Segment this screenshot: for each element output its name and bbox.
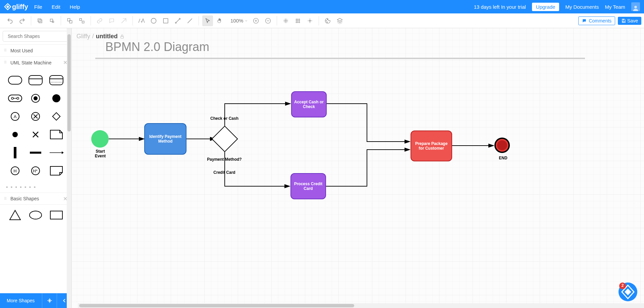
- chevron-down-icon: [245, 19, 248, 22]
- shape-dashed-region[interactable]: [47, 73, 65, 87]
- diagram-edges: [72, 28, 644, 308]
- zoom-out-button[interactable]: [263, 15, 273, 26]
- more-shapes-button[interactable]: More Shapes: [0, 298, 42, 303]
- bpmn-task-prepare-package[interactable]: Prepare Package for Customer: [411, 131, 452, 161]
- category-uml-state[interactable]: ⠿ UML State Machine ✕: [0, 56, 71, 68]
- svg-rect-50: [121, 36, 123, 38]
- pan-tool[interactable]: [214, 15, 225, 26]
- upgrade-button[interactable]: Upgrade: [532, 3, 559, 11]
- shape-final-state[interactable]: [47, 91, 65, 105]
- shape-sidebar: ⠿ Most Used ⠿ UML State Machine ✕ A H H*: [0, 28, 72, 308]
- breadcrumb-root[interactable]: Gliffy: [76, 33, 90, 40]
- zoom-in-button[interactable]: [251, 15, 261, 26]
- svg-point-0: [634, 6, 637, 8]
- duplicate-button[interactable]: [47, 15, 57, 26]
- shape-dashed-line[interactable]: - - - - - - -: [0, 181, 71, 193]
- ellipse-tool[interactable]: [148, 15, 159, 26]
- popup-button[interactable]: [118, 15, 129, 26]
- shape-submachine[interactable]: [6, 91, 24, 105]
- document-title[interactable]: untitled: [96, 33, 118, 40]
- link-button[interactable]: [94, 15, 105, 26]
- shape-deep-history[interactable]: H*: [27, 164, 45, 178]
- shape-choice[interactable]: [47, 109, 65, 123]
- svg-rect-40: [14, 147, 16, 158]
- shape-initial-state[interactable]: [27, 91, 45, 105]
- copy-button[interactable]: [35, 15, 45, 26]
- shape-transition-arrow[interactable]: [47, 146, 65, 160]
- menu-edit[interactable]: Edit: [52, 4, 60, 10]
- gliffy-help-badge[interactable]: 2: [618, 282, 638, 302]
- search-input[interactable]: [8, 34, 66, 39]
- pointer-tool[interactable]: [202, 15, 213, 26]
- ungroup-button[interactable]: [76, 15, 87, 26]
- bpmn-task-accept-cash[interactable]: Accept Cash or Check: [291, 91, 327, 117]
- line-tool[interactable]: [184, 15, 195, 26]
- shape-junction[interactable]: [6, 127, 24, 142]
- my-team-link[interactable]: My Team: [605, 4, 625, 10]
- badge-count: 2: [621, 283, 625, 288]
- brand-text: gliffy: [12, 3, 28, 11]
- shape-bar-horizontal[interactable]: [27, 146, 45, 160]
- shape-note[interactable]: [47, 127, 65, 142]
- shape-rectangle[interactable]: [47, 208, 65, 222]
- svg-point-12: [179, 18, 180, 19]
- shape-rounded-rect[interactable]: [6, 73, 24, 87]
- group-button[interactable]: [64, 15, 75, 26]
- grid-button[interactable]: [292, 15, 303, 26]
- bpmn-start-event[interactable]: [91, 130, 109, 148]
- svg-point-33: [34, 96, 38, 100]
- bpmn-end-event[interactable]: [494, 138, 510, 153]
- connector-tool[interactable]: [172, 15, 183, 26]
- undo-button[interactable]: [5, 15, 15, 26]
- shape-shallow-history[interactable]: H: [6, 164, 24, 178]
- label-payment-method: Payment Method?: [204, 157, 245, 162]
- drag-handle-icon: ⠿: [4, 48, 7, 53]
- zoom-level[interactable]: 100%: [229, 18, 249, 23]
- svg-rect-10: [163, 18, 168, 23]
- main-menu: File Edit Help: [34, 4, 80, 10]
- category-basic-shapes[interactable]: ⠿ Basic Shapes ✕: [0, 193, 71, 205]
- guides-button[interactable]: [305, 15, 315, 26]
- shape-exit-point[interactable]: [27, 109, 45, 123]
- theme-button[interactable]: [322, 15, 333, 26]
- search-shapes-box[interactable]: [3, 31, 69, 42]
- menu-file[interactable]: File: [34, 4, 42, 10]
- shape-triangle[interactable]: [6, 208, 24, 222]
- comments-button[interactable]: Comments: [578, 16, 615, 25]
- shape-titlebar-rect[interactable]: [27, 73, 45, 87]
- top-right: 13 days left In your trial Upgrade My Do…: [474, 2, 640, 11]
- svg-point-30: [17, 97, 19, 99]
- shape-note-fold[interactable]: [47, 164, 65, 178]
- canvas[interactable]: Gliffy / untitled BPMN 2.0 Diagram: [72, 28, 644, 308]
- svg-rect-48: [50, 211, 62, 219]
- note-button[interactable]: [106, 15, 117, 26]
- user-avatar-icon[interactable]: [631, 2, 640, 11]
- redo-button[interactable]: [17, 15, 28, 26]
- start-label: Start Event: [92, 149, 109, 158]
- my-documents-link[interactable]: My Documents: [565, 4, 599, 10]
- shape-entry-point[interactable]: A: [6, 109, 24, 123]
- menu-help[interactable]: Help: [70, 4, 80, 10]
- layers-button[interactable]: [334, 15, 345, 26]
- save-button[interactable]: Save: [618, 17, 641, 25]
- collapse-vertical-button[interactable]: [42, 293, 57, 308]
- brand-logo[interactable]: gliffy: [4, 3, 28, 11]
- bpmn-task-identify[interactable]: Identify Payment Method: [144, 123, 186, 155]
- svg-point-39: [12, 132, 18, 137]
- snap-grid-button[interactable]: [280, 15, 291, 26]
- basic-shape-grid: [0, 205, 71, 223]
- shape-terminate[interactable]: [27, 127, 45, 142]
- bpmn-task-process-credit[interactable]: Process Credit Card: [290, 173, 326, 199]
- rect-tool[interactable]: [160, 15, 171, 26]
- svg-point-47: [30, 211, 42, 219]
- sidebar-scrollbar[interactable]: [67, 28, 71, 308]
- text-tool[interactable]: [136, 15, 147, 26]
- svg-point-17: [327, 19, 328, 19]
- breadcrumb: Gliffy / untitled: [76, 33, 124, 40]
- shape-bar-vertical[interactable]: [6, 146, 24, 160]
- sidebar-scroll-thumb[interactable]: [67, 34, 71, 132]
- svg-rect-41: [30, 152, 41, 154]
- shape-ellipse[interactable]: [27, 208, 45, 222]
- svg-rect-8: [82, 21, 84, 23]
- category-most-used[interactable]: ⠿ Most Used: [0, 44, 71, 56]
